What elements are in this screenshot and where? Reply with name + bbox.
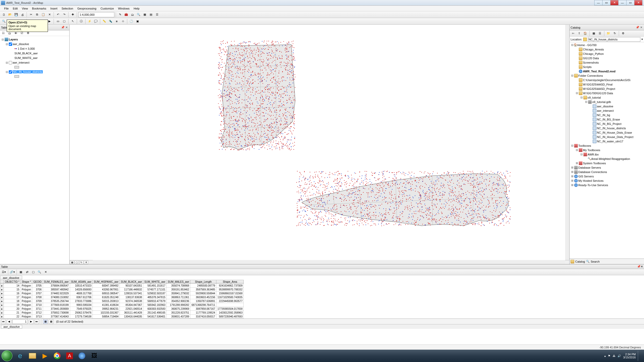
layer-awr-dissolve[interactable]: awr_dissolve bbox=[13, 42, 29, 46]
cat-home-button[interactable]: 🏠 bbox=[582, 31, 588, 36]
catalog-node[interactable]: ⊞Database Servers bbox=[570, 165, 644, 170]
catalog-node[interactable]: ⊟Toolboxes bbox=[570, 143, 644, 148]
catalog-node[interactable]: ⊟🏠Home - GG700 bbox=[570, 43, 644, 47]
tray-action-icon[interactable]: ⚑ bbox=[608, 354, 611, 358]
restore-button[interactable]: ▭ bbox=[602, 0, 611, 5]
pause-button[interactable]: ⏸ bbox=[84, 261, 88, 264]
layer-checkbox[interactable] bbox=[9, 61, 12, 64]
catalog-location-input[interactable] bbox=[588, 37, 640, 42]
taskbar-ie-icon[interactable]: e bbox=[14, 351, 26, 361]
map-view[interactable]: ▦ ▢ ↻ ⏸ bbox=[70, 25, 569, 264]
catalog-node[interactable]: NC_IN_BG_Erase bbox=[570, 117, 644, 122]
select-by-attributes-button[interactable]: ▦ bbox=[18, 269, 24, 275]
print-button[interactable]: 🖨 bbox=[20, 12, 25, 18]
catalog-node[interactable]: Screenshots bbox=[570, 60, 644, 65]
catalog-node[interactable]: ⊟My Toolboxes bbox=[570, 148, 644, 152]
layer-awr-intersect[interactable]: awr_intersect bbox=[13, 61, 29, 64]
expand-icon[interactable]: ⊟ bbox=[5, 42, 8, 46]
catalog-node[interactable]: Chicago_Python bbox=[570, 51, 644, 56]
minimize-button-2[interactable]: — bbox=[618, 0, 626, 5]
record-selector[interactable]: ▸ bbox=[0, 315, 4, 318]
delete-selected-button[interactable]: ✕ bbox=[43, 269, 48, 275]
tray-up-icon[interactable]: ▴ bbox=[604, 354, 606, 358]
catalog-node[interactable]: ⊟o9_tutorial.gdb bbox=[570, 100, 644, 104]
modelbuilder-button[interactable]: ▤ bbox=[148, 12, 154, 18]
cat-back-button[interactable]: ⇦ bbox=[570, 31, 576, 36]
catalog-node[interactable]: W:\GG325\AASD_Project bbox=[570, 87, 644, 91]
catalog-node[interactable]: awr_dissolve bbox=[570, 104, 644, 108]
cat-list-button[interactable]: ☰ bbox=[597, 31, 603, 36]
data-view-tab[interactable]: ▦ bbox=[70, 261, 74, 264]
table-options-button[interactable]: ☰▾ bbox=[1, 269, 7, 275]
catalog-node[interactable]: NC_IN_BG_Project bbox=[570, 122, 644, 126]
catalog-node[interactable]: AWR_Test_Round2.mxd bbox=[570, 69, 644, 73]
cut-button[interactable]: ✂ bbox=[28, 12, 34, 18]
menu-geoprocessing[interactable]: Geoprocessing bbox=[75, 6, 98, 11]
prev-record-button[interactable]: ◀ bbox=[7, 319, 11, 324]
select-button[interactable]: ▭ bbox=[55, 19, 61, 24]
catalog-node[interactable]: ⊞System Toolboxes bbox=[570, 161, 644, 165]
cat-toggle-button[interactable]: ▦ bbox=[591, 31, 597, 36]
measure-button[interactable]: 📏 bbox=[101, 19, 107, 24]
refresh-button[interactable]: ↻ bbox=[79, 261, 83, 264]
catalog-node[interactable]: ⊟Folder Connections bbox=[570, 73, 644, 78]
catalog-node[interactable]: NC_IN_house_districts bbox=[570, 126, 644, 130]
cat-connect-folder-button[interactable]: 📁 bbox=[606, 31, 611, 36]
last-record-button[interactable]: ⏭ bbox=[35, 319, 39, 324]
catalog-node[interactable]: NC_IN_water_utm17 bbox=[570, 139, 644, 143]
layer-checkbox[interactable] bbox=[9, 70, 12, 74]
create-viewer-button[interactable]: ▣ bbox=[135, 19, 140, 24]
table-tab-awr-dissolve[interactable]: awr_dissolve bbox=[0, 276, 22, 280]
python-button[interactable]: ▦ bbox=[142, 12, 148, 18]
clear-selection-button[interactable]: ▢ bbox=[61, 19, 67, 24]
minimize-button[interactable]: — bbox=[594, 0, 603, 5]
catalog-node[interactable]: ⊞Ready-To-Use Services bbox=[570, 183, 644, 187]
catalog-pin-button[interactable]: 📌 bbox=[636, 26, 639, 29]
taskbar-acrobat-icon[interactable]: A bbox=[64, 351, 75, 361]
menu-insert[interactable]: Insert bbox=[48, 6, 60, 11]
switch-selection-button[interactable]: ⇄ bbox=[24, 269, 30, 275]
catalog-node[interactable]: GG120 Data bbox=[570, 56, 644, 60]
catalog-node[interactable]: ⊟o9_tutorial bbox=[570, 95, 644, 100]
identify-button[interactable]: ⓘ bbox=[78, 19, 84, 24]
goto-xy-button[interactable]: ⊹ bbox=[120, 19, 126, 24]
related-tables-button[interactable]: 🔗▾ bbox=[10, 269, 15, 275]
map-horizontal-scrollbar[interactable] bbox=[93, 260, 565, 264]
html-popup-button[interactable]: 💬 bbox=[93, 19, 99, 24]
catalog-node[interactable]: ⊞GIS Servers bbox=[570, 174, 644, 178]
taskbar-wmp-icon[interactable]: ▶ bbox=[39, 351, 50, 361]
toc-root[interactable]: Layers bbox=[9, 38, 18, 41]
record-selector[interactable]: ▸ bbox=[0, 288, 4, 291]
tray-clock[interactable]: 2:34 PM 3/15/2016 bbox=[623, 353, 636, 359]
select-elements-button[interactable]: ↖ bbox=[70, 19, 75, 24]
tray-network-icon[interactable]: 🖧 bbox=[613, 354, 615, 357]
catalog-node[interactable]: ⊟W:\GG700\GG120 Data bbox=[570, 91, 644, 95]
tray-volume-icon[interactable]: 🔊 bbox=[617, 354, 621, 358]
editor-toolbar-button[interactable]: ✎ bbox=[117, 12, 123, 18]
catalog-node[interactable]: NC_IN_House_Dists_Erase bbox=[570, 130, 644, 135]
search-button[interactable]: 🔍 bbox=[136, 12, 141, 18]
symbol-swatch[interactable] bbox=[14, 66, 19, 68]
menu-help[interactable]: Help bbox=[132, 6, 142, 11]
table-bottom-tab-awr-dissolve[interactable]: awr_dissolve bbox=[1, 325, 22, 329]
catalog-tab[interactable]: Catalog bbox=[575, 260, 585, 263]
cat-options-button[interactable]: ⚙ bbox=[620, 31, 626, 36]
record-selector[interactable]: ▸ bbox=[0, 311, 4, 315]
record-selector[interactable]: ▸ bbox=[0, 307, 4, 311]
taskbar-arcmap-icon[interactable] bbox=[76, 351, 88, 361]
layout-view-tab[interactable]: ▢ bbox=[75, 261, 79, 264]
record-selector[interactable]: ▸ bbox=[0, 284, 4, 288]
cat-refresh-button[interactable]: ↻ bbox=[612, 31, 617, 36]
catalog-node[interactable]: Scripts bbox=[570, 65, 644, 69]
show-selected-button[interactable]: ▦ bbox=[49, 319, 53, 324]
close-button-2[interactable]: ✕ bbox=[634, 0, 642, 5]
catalog-node[interactable]: NC_IN_House_Dists_Project bbox=[570, 135, 644, 139]
time-slider-button[interactable]: 🕐 bbox=[129, 19, 134, 24]
menu-edit[interactable]: Edit bbox=[11, 6, 20, 11]
paste-button[interactable]: 📋 bbox=[40, 12, 46, 18]
search-tab[interactable]: Search bbox=[591, 260, 600, 263]
delete-button[interactable]: ✕ bbox=[47, 12, 52, 18]
taskbar-explorer-icon[interactable] bbox=[27, 351, 38, 361]
record-selector[interactable]: ▸ bbox=[0, 295, 4, 299]
menu-windows[interactable]: Windows bbox=[116, 6, 132, 11]
